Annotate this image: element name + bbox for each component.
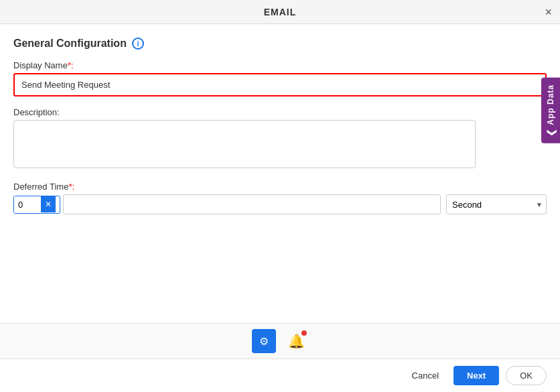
- display-name-input[interactable]: [16, 76, 544, 94]
- display-name-group: Display Name*:: [13, 60, 547, 96]
- deferred-time-text-input[interactable]: [63, 194, 441, 214]
- bell-badge: [301, 330, 307, 336]
- modal-title: EMAIL: [264, 7, 297, 17]
- gear-button[interactable]: ⚙: [252, 329, 276, 353]
- section-title-text: General Configuration: [13, 38, 127, 50]
- display-name-label: Display Name*:: [13, 60, 547, 70]
- modal-toolbar: ⚙ 🔔: [0, 323, 560, 358]
- deferred-time-label: Deferred Time*:: [13, 182, 547, 192]
- deferred-time-input[interactable]: [14, 196, 41, 213]
- section-title: General Configuration i: [13, 38, 547, 50]
- deferred-number-wrapper: ✕: [13, 196, 60, 214]
- deferred-time-group: Deferred Time*: ✕ Second Minute Hour Day…: [13, 182, 547, 214]
- description-input[interactable]: [13, 120, 476, 168]
- modal: EMAIL × ❮ App Data General Configuration…: [0, 0, 560, 392]
- side-tab-chevron-icon: ❮: [545, 128, 556, 137]
- gear-icon: ⚙: [259, 335, 269, 348]
- close-button[interactable]: ×: [545, 6, 552, 18]
- description-label: Description:: [13, 107, 547, 117]
- info-icon[interactable]: i: [132, 38, 144, 50]
- deferred-select-wrapper: Second Minute Hour Day ▼: [446, 194, 547, 214]
- side-tab[interactable]: ❮ App Data: [541, 78, 560, 143]
- modal-body: ❮ App Data General Configuration i Displ…: [0, 24, 560, 323]
- description-group: Description:: [13, 107, 547, 171]
- deferred-time-select[interactable]: Second Minute Hour Day: [446, 194, 547, 214]
- deferred-time-row: ✕ Second Minute Hour Day ▼: [13, 194, 547, 214]
- side-tab-label: App Data: [546, 84, 555, 125]
- modal-header: EMAIL ×: [0, 0, 560, 24]
- deferred-clear-button[interactable]: ✕: [41, 196, 56, 212]
- next-button[interactable]: Next: [453, 366, 499, 385]
- bell-icon: 🔔: [288, 333, 305, 349]
- cancel-button[interactable]: Cancel: [404, 367, 447, 385]
- display-name-wrapper: [13, 73, 547, 96]
- bell-button[interactable]: 🔔: [284, 329, 308, 353]
- ok-button[interactable]: OK: [506, 366, 547, 385]
- modal-footer: Cancel Next OK: [0, 358, 560, 392]
